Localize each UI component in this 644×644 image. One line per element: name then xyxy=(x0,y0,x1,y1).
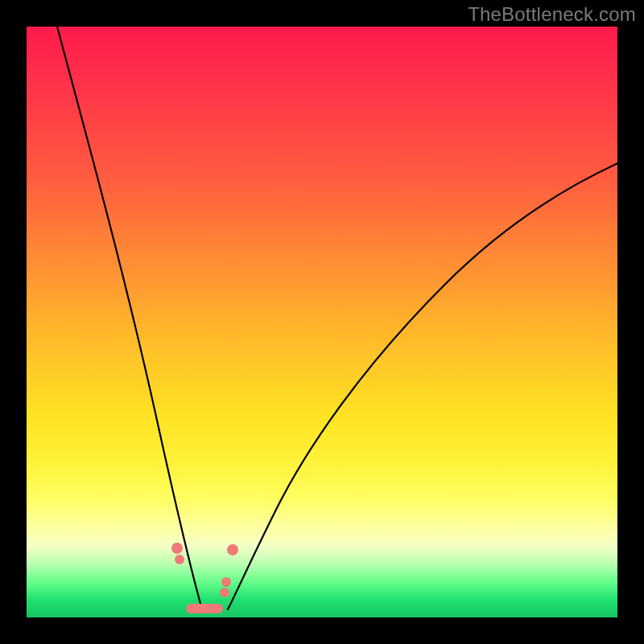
left-curve xyxy=(57,27,202,609)
watermark-text: TheBottleneck.com xyxy=(468,3,636,26)
data-point xyxy=(227,544,238,555)
chart-frame: TheBottleneck.com xyxy=(0,0,644,644)
curves-layer xyxy=(27,27,617,617)
trough-marker xyxy=(186,604,223,613)
data-point xyxy=(220,588,229,597)
right-curve xyxy=(228,163,617,609)
data-point xyxy=(171,543,183,554)
data-point xyxy=(221,577,231,587)
data-point xyxy=(175,555,184,564)
